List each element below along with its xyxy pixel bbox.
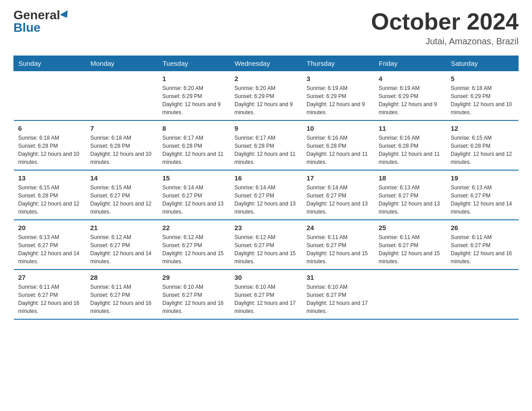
header-sunday: Sunday xyxy=(14,56,86,71)
day-info: Sunrise: 6:10 AMSunset: 6:27 PMDaylight:… xyxy=(163,283,226,315)
cell-week2-day6: 12Sunrise: 6:15 AMSunset: 6:28 PMDayligh… xyxy=(446,120,519,170)
cell-week5-day3: 30Sunrise: 6:10 AMSunset: 6:27 PMDayligh… xyxy=(230,270,302,319)
day-info: Sunrise: 6:19 AMSunset: 6:29 PMDaylight:… xyxy=(379,84,442,116)
cell-week1-day4: 3Sunrise: 6:19 AMSunset: 6:29 PMDaylight… xyxy=(302,71,374,121)
cell-week2-day1: 7Sunrise: 6:18 AMSunset: 6:28 PMDaylight… xyxy=(86,120,158,170)
month-title: October 2024 xyxy=(371,9,519,34)
cell-week4-day3: 23Sunrise: 6:12 AMSunset: 6:27 PMDayligh… xyxy=(230,220,302,270)
week-row-4: 20Sunrise: 6:13 AMSunset: 6:27 PMDayligh… xyxy=(14,220,519,270)
calendar-table: SundayMondayTuesdayWednesdayThursdayFrid… xyxy=(13,56,519,320)
week-row-5: 27Sunrise: 6:11 AMSunset: 6:27 PMDayligh… xyxy=(14,270,519,319)
cell-week1-day6: 5Sunrise: 6:18 AMSunset: 6:29 PMDaylight… xyxy=(446,71,519,121)
day-info: Sunrise: 6:12 AMSunset: 6:27 PMDaylight:… xyxy=(163,233,226,265)
cell-week1-day3: 2Sunrise: 6:20 AMSunset: 6:29 PMDaylight… xyxy=(230,71,302,121)
day-number: 19 xyxy=(451,174,514,182)
day-number: 1 xyxy=(163,75,226,82)
cell-week4-day2: 22Sunrise: 6:12 AMSunset: 6:27 PMDayligh… xyxy=(158,220,230,270)
day-info: Sunrise: 6:15 AMSunset: 6:27 PMDaylight:… xyxy=(90,184,154,216)
day-info: Sunrise: 6:12 AMSunset: 6:27 PMDaylight:… xyxy=(90,233,154,265)
day-number: 15 xyxy=(163,174,226,182)
day-info: Sunrise: 6:18 AMSunset: 6:29 PMDaylight:… xyxy=(451,84,514,116)
day-info: Sunrise: 6:11 AMSunset: 6:27 PMDaylight:… xyxy=(451,233,514,265)
cell-week3-day6: 19Sunrise: 6:13 AMSunset: 6:27 PMDayligh… xyxy=(446,170,519,220)
cell-week4-day6: 26Sunrise: 6:11 AMSunset: 6:27 PMDayligh… xyxy=(446,220,519,270)
day-number: 26 xyxy=(451,224,514,231)
day-number: 21 xyxy=(90,224,154,231)
day-info: Sunrise: 6:14 AMSunset: 6:27 PMDaylight:… xyxy=(163,184,226,216)
cell-week2-day0: 6Sunrise: 6:18 AMSunset: 6:28 PMDaylight… xyxy=(14,120,86,170)
day-number: 17 xyxy=(307,174,370,182)
day-info: Sunrise: 6:13 AMSunset: 6:27 PMDaylight:… xyxy=(451,184,514,216)
cell-week4-day1: 21Sunrise: 6:12 AMSunset: 6:27 PMDayligh… xyxy=(86,220,158,270)
day-info: Sunrise: 6:11 AMSunset: 6:27 PMDaylight:… xyxy=(307,233,370,265)
cell-week5-day4: 31Sunrise: 6:10 AMSunset: 6:27 PMDayligh… xyxy=(302,270,374,319)
day-info: Sunrise: 6:18 AMSunset: 6:28 PMDaylight:… xyxy=(18,134,82,166)
cell-week1-day0 xyxy=(14,71,86,121)
day-number: 5 xyxy=(451,75,514,82)
cell-week3-day5: 18Sunrise: 6:13 AMSunset: 6:27 PMDayligh… xyxy=(374,170,446,220)
header-tuesday: Tuesday xyxy=(158,56,230,71)
day-info: Sunrise: 6:16 AMSunset: 6:28 PMDaylight:… xyxy=(307,134,370,166)
cell-week2-day2: 8Sunrise: 6:17 AMSunset: 6:28 PMDaylight… xyxy=(158,120,230,170)
day-number: 20 xyxy=(18,224,82,231)
day-info: Sunrise: 6:17 AMSunset: 6:28 PMDaylight:… xyxy=(163,134,226,166)
day-number: 14 xyxy=(90,174,154,182)
day-number: 22 xyxy=(163,224,226,231)
cell-week3-day1: 14Sunrise: 6:15 AMSunset: 6:27 PMDayligh… xyxy=(86,170,158,220)
page-header: General Blue October 2024 Jutai, Amazona… xyxy=(13,9,519,47)
header-friday: Friday xyxy=(374,56,446,71)
day-number: 2 xyxy=(235,75,298,82)
cell-week2-day3: 9Sunrise: 6:17 AMSunset: 6:28 PMDaylight… xyxy=(230,120,302,170)
day-info: Sunrise: 6:10 AMSunset: 6:27 PMDaylight:… xyxy=(235,283,298,315)
cell-week5-day2: 29Sunrise: 6:10 AMSunset: 6:27 PMDayligh… xyxy=(158,270,230,319)
logo-triangle-icon xyxy=(60,10,71,20)
day-info: Sunrise: 6:10 AMSunset: 6:27 PMDaylight:… xyxy=(307,283,370,315)
week-row-3: 13Sunrise: 6:15 AMSunset: 6:28 PMDayligh… xyxy=(14,170,519,220)
week-row-2: 6Sunrise: 6:18 AMSunset: 6:28 PMDaylight… xyxy=(14,120,519,170)
day-number: 10 xyxy=(307,124,370,132)
cell-week1-day1 xyxy=(86,71,158,121)
day-info: Sunrise: 6:12 AMSunset: 6:27 PMDaylight:… xyxy=(235,233,298,265)
day-number: 18 xyxy=(379,174,442,182)
day-info: Sunrise: 6:20 AMSunset: 6:29 PMDaylight:… xyxy=(235,84,298,116)
day-info: Sunrise: 6:18 AMSunset: 6:28 PMDaylight:… xyxy=(90,134,154,166)
day-number: 24 xyxy=(307,224,370,231)
day-info: Sunrise: 6:14 AMSunset: 6:27 PMDaylight:… xyxy=(235,184,298,216)
cell-week3-day2: 15Sunrise: 6:14 AMSunset: 6:27 PMDayligh… xyxy=(158,170,230,220)
calendar-header-row: SundayMondayTuesdayWednesdayThursdayFrid… xyxy=(14,56,519,71)
day-number: 27 xyxy=(18,274,82,281)
day-number: 9 xyxy=(235,124,298,132)
day-number: 28 xyxy=(90,274,154,281)
day-number: 7 xyxy=(90,124,154,132)
day-number: 4 xyxy=(379,75,442,82)
day-number: 12 xyxy=(451,124,514,132)
cell-week5-day6 xyxy=(446,270,519,319)
day-number: 11 xyxy=(379,124,442,132)
cell-week1-day2: 1Sunrise: 6:20 AMSunset: 6:29 PMDaylight… xyxy=(158,71,230,121)
cell-week4-day0: 20Sunrise: 6:13 AMSunset: 6:27 PMDayligh… xyxy=(14,220,86,270)
cell-week3-day3: 16Sunrise: 6:14 AMSunset: 6:27 PMDayligh… xyxy=(230,170,302,220)
header-monday: Monday xyxy=(86,56,158,71)
day-number: 3 xyxy=(307,75,370,82)
day-info: Sunrise: 6:19 AMSunset: 6:29 PMDaylight:… xyxy=(307,84,370,116)
day-info: Sunrise: 6:15 AMSunset: 6:28 PMDaylight:… xyxy=(18,184,82,216)
day-info: Sunrise: 6:17 AMSunset: 6:28 PMDaylight:… xyxy=(235,134,298,166)
day-number: 31 xyxy=(307,274,370,281)
day-number: 13 xyxy=(18,174,82,182)
cell-week4-day4: 24Sunrise: 6:11 AMSunset: 6:27 PMDayligh… xyxy=(302,220,374,270)
header-wednesday: Wednesday xyxy=(230,56,302,71)
cell-week3-day4: 17Sunrise: 6:14 AMSunset: 6:27 PMDayligh… xyxy=(302,170,374,220)
day-number: 29 xyxy=(163,274,226,281)
cell-week2-day5: 11Sunrise: 6:16 AMSunset: 6:28 PMDayligh… xyxy=(374,120,446,170)
day-number: 30 xyxy=(235,274,298,281)
logo-blue-text: Blue xyxy=(13,21,41,34)
cell-week3-day0: 13Sunrise: 6:15 AMSunset: 6:28 PMDayligh… xyxy=(14,170,86,220)
header-saturday: Saturday xyxy=(446,56,519,71)
day-info: Sunrise: 6:15 AMSunset: 6:28 PMDaylight:… xyxy=(451,134,514,166)
day-info: Sunrise: 6:11 AMSunset: 6:27 PMDaylight:… xyxy=(379,233,442,265)
day-number: 8 xyxy=(163,124,226,132)
day-number: 6 xyxy=(18,124,82,132)
day-info: Sunrise: 6:14 AMSunset: 6:27 PMDaylight:… xyxy=(307,184,370,216)
day-info: Sunrise: 6:16 AMSunset: 6:28 PMDaylight:… xyxy=(379,134,442,166)
location: Jutai, Amazonas, Brazil xyxy=(371,36,519,47)
